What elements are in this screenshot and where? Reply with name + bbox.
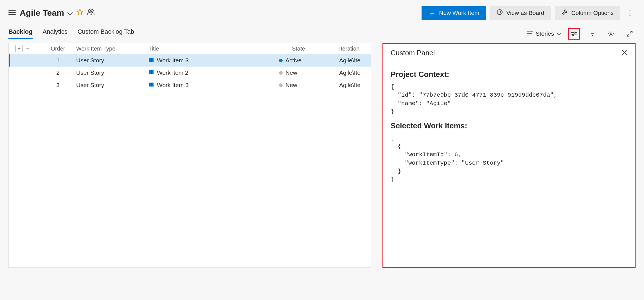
view-as-board-label: View as Board [506,10,544,16]
chevron-down-icon [557,30,561,37]
svg-point-1 [91,10,93,12]
plus-icon: ＋ [428,9,436,17]
cell-state: Active [262,57,335,64]
state-dot-icon [279,71,283,75]
menu-icon[interactable] [8,9,16,16]
close-icon[interactable] [622,49,627,57]
cell-order: 3 [40,82,76,88]
team-members-icon[interactable] [87,9,94,17]
selected-items-heading: Selected Work Items: [391,122,627,130]
tab-analytics[interactable]: Analytics [43,28,67,39]
column-header-order[interactable]: Order [40,46,76,52]
state-dot-icon [279,59,283,62]
backlog-level-selector[interactable]: Stories [527,30,561,37]
backlog-table: + − Order Work Item Type Title State Ite… [8,43,371,268]
svg-rect-15 [151,70,152,74]
cell-state: New [262,82,335,88]
svg-point-0 [88,10,91,12]
team-name-label: Agile Team [20,8,64,18]
collapse-all-button[interactable]: − [24,45,31,52]
new-work-item-label: New Work Item [439,10,479,16]
column-header-state[interactable]: State [262,46,335,52]
panel-title: Custom Panel [391,49,435,57]
table-header-row: + − Order Work Item Type Title State Ite… [9,43,371,54]
table-row[interactable]: 2User StoryWork item 2NewAgile\Ite [9,67,371,79]
backlog-level-label: Stories [536,30,554,37]
cell-state: New [262,69,335,76]
expand-all-button[interactable]: + [15,45,23,52]
fullscreen-icon[interactable] [624,28,636,40]
filter-button[interactable] [587,28,598,40]
cell-order: 2 [40,69,76,76]
view-as-board-button[interactable]: View as Board [490,6,551,20]
new-work-item-button[interactable]: ＋ New Work Item [422,6,486,20]
project-context-heading: Project Context: [391,70,627,79]
cell-iteration: Agile\Ite [335,69,371,76]
cell-type: User Story [76,57,144,64]
wrench-icon [562,9,568,17]
column-options-button[interactable]: Column Options [555,6,620,20]
cell-iteration: Agile\Ite [335,82,371,88]
tab-backlog[interactable]: Backlog [8,28,33,39]
table-row[interactable]: 3User StoryWork Item 3NewAgile\Ite [9,79,371,91]
svg-rect-14 [151,58,152,62]
custom-panel: Custom Panel Project Context: { "id": "7… [382,43,636,268]
chevron-down-icon [67,8,73,18]
page-header: Agile Team ＋ New Work Item View as Board [0,0,644,23]
column-header-iteration[interactable]: Iteration [335,46,371,52]
cell-title[interactable]: Work item 2 [144,69,262,76]
selected-items-code: [ { "workItemId": 6, "workItemType": "Us… [391,134,627,184]
project-context-code: { "id": "77b7e9bc-37d0-4771-839c-919d9dd… [391,83,627,116]
svg-point-13 [610,33,612,35]
team-selector[interactable]: Agile Team [20,8,73,18]
tab-custom-backlog[interactable]: Custom Backlog Tab [78,28,134,39]
cell-title[interactable]: Work Item 3 [144,57,262,64]
cell-type: User Story [76,69,144,76]
settings-gear-icon[interactable] [605,28,617,40]
cell-title[interactable]: Work Item 3 [144,82,262,88]
user-story-icon [148,57,154,64]
panel-toggle-button[interactable] [568,28,580,40]
board-icon [497,9,503,17]
list-icon [527,31,533,37]
cell-iteration: Agile\Ite [335,57,371,64]
more-actions-icon[interactable]: ⋮ [624,7,636,19]
svg-rect-16 [151,83,152,87]
tabs-row: Backlog Analytics Custom Backlog Tab Sto… [0,23,644,40]
cell-type: User Story [76,82,144,88]
svg-point-9 [573,34,574,36]
column-header-title[interactable]: Title [144,46,262,52]
user-story-icon [148,82,154,88]
column-header-type[interactable]: Work Item Type [76,46,144,52]
table-row[interactable]: 1User StoryWork Item 3ActiveAgile\Ite [9,54,371,67]
state-dot-icon [279,83,283,87]
svg-point-7 [574,32,576,33]
cell-order: 1 [40,57,76,64]
column-options-label: Column Options [571,10,614,16]
favorite-star-icon[interactable] [76,9,83,17]
user-story-icon [148,69,154,76]
